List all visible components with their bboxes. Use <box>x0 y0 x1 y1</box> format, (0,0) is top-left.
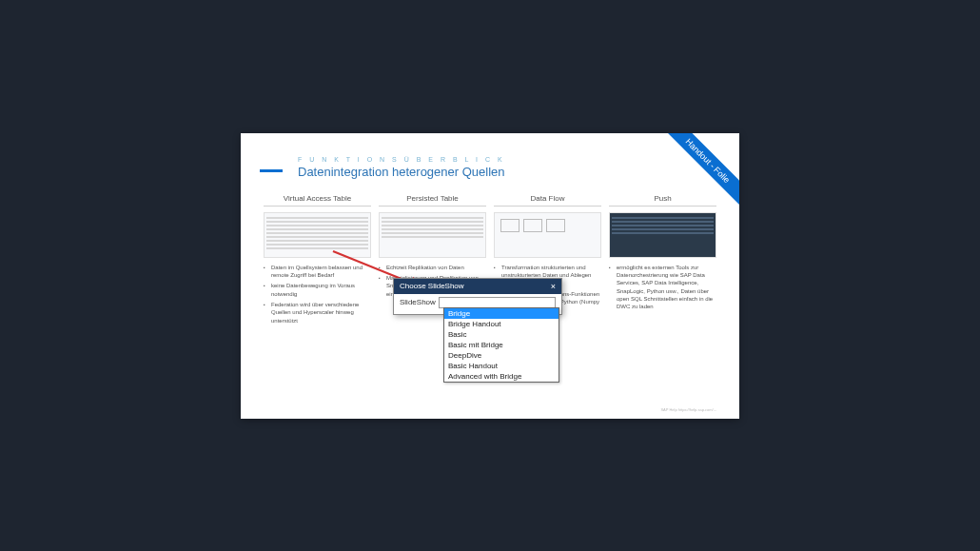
close-icon[interactable]: × <box>551 282 556 291</box>
slide-eyebrow: F U N K T I O N S Ü B E R B L I C K <box>298 156 682 163</box>
slide-title: Datenintegration heterogener Quellen <box>298 165 682 179</box>
thumbnail-virtual-access <box>264 212 371 258</box>
column-title: Persisted Table <box>379 194 486 207</box>
presentation-slide: Handout - Folie F U N K T I O N S Ü B E … <box>241 133 739 419</box>
bullet-item: Federation wird über verschiedene Quelle… <box>264 301 371 325</box>
bullet-list: Daten im Quellsystem belassen und remote… <box>264 264 371 325</box>
column-title: Virtual Access Table <box>264 194 371 207</box>
dropdown-option-basic[interactable]: Basic <box>444 329 559 340</box>
dropdown-option-bridge-handout[interactable]: Bridge Handout <box>444 319 559 329</box>
column-push: Push ermöglicht es externen Tools zur Da… <box>609 194 716 328</box>
dropdown-option-basic-handout[interactable]: Basic Handout <box>444 361 559 371</box>
title-accent-bar <box>260 169 283 172</box>
dropdown-option-advanced-with-bridge[interactable]: Advanced with Bridge <box>444 371 559 382</box>
dialog-titlebar[interactable]: Choose SlideShow × <box>394 279 561 294</box>
dropdown-option-bridge[interactable]: Bridge <box>444 308 559 319</box>
bullet-item: Daten im Quellsystem belassen und remote… <box>264 264 371 280</box>
footer-note: SAP Help https://help.sap.com/... <box>660 407 716 412</box>
bullet-item: keine Datenbewegung im Voraus notwendig <box>264 282 371 298</box>
thumbnail-push <box>609 212 716 258</box>
slideshow-label: SlideShow <box>400 298 436 306</box>
slide-header: F U N K T I O N S Ü B E R B L I C K Date… <box>241 133 739 188</box>
thumbnail-persisted <box>379 212 486 258</box>
dropdown-option-basic-mit-bridge[interactable]: Basic mit Bridge <box>444 340 559 350</box>
column-title: Data Flow <box>494 194 601 207</box>
slideshow-dropdown[interactable]: Bridge Bridge Handout Basic Basic mit Br… <box>443 307 559 383</box>
thumbnail-dataflow <box>494 212 601 258</box>
dropdown-option-deepdive[interactable]: DeepDive <box>444 350 559 361</box>
choose-slideshow-dialog: Choose SlideShow × SlideShow Bridge Brid… <box>393 278 562 315</box>
bullet-list: ermöglicht es externen Tools zur Datenor… <box>609 264 716 311</box>
bullet-item: Echtzeit Replikation von Daten <box>379 264 486 271</box>
dialog-title-text: Choose SlideShow <box>400 282 464 290</box>
column-virtual-access: Virtual Access Table Daten im Quellsyste… <box>264 194 371 328</box>
column-title: Push <box>609 194 716 207</box>
bullet-item: ermöglicht es externen Tools zur Datenor… <box>609 264 716 311</box>
